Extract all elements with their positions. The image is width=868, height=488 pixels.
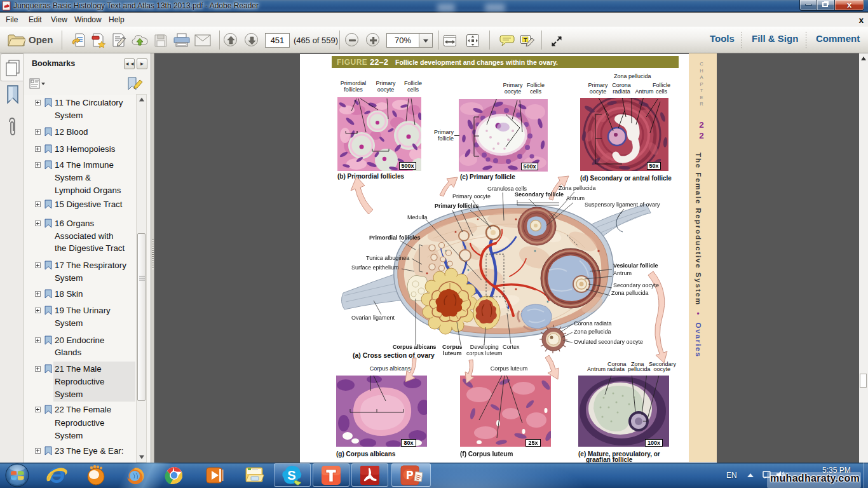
svg-text:T: T bbox=[524, 37, 527, 43]
svg-text:S: S bbox=[287, 468, 295, 482]
